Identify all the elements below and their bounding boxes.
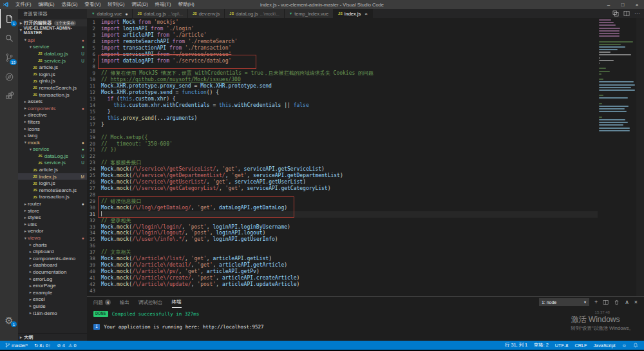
language-mode[interactable]: JavaScript	[590, 341, 618, 350]
tab-datalog-js[interactable]: JSdataLog.js...\api\...	[133, 9, 187, 18]
menu-item[interactable]: 编辑(E)	[35, 1, 58, 8]
tree-item-login-js[interactable]: JSlogin.js	[18, 71, 87, 78]
tree-item-filters[interactable]: ▸filters	[18, 119, 87, 126]
problems-status[interactable]: ⊘ 4 ⚠ 0	[54, 341, 80, 350]
more-actions-icon[interactable]: ···	[634, 10, 640, 17]
menu-item[interactable]: 终端(T)	[152, 1, 175, 8]
tree-item-vendor[interactable]: ▸vendor	[18, 228, 87, 235]
tree-item-directive[interactable]: ▸directive	[18, 112, 87, 119]
editor-scrollbar[interactable]	[636, 18, 644, 296]
tree-item-components[interactable]: ▸components●	[18, 105, 87, 112]
tree-item-label: views	[28, 235, 41, 241]
minimap[interactable]	[599, 19, 636, 135]
tree-item-guide[interactable]: ▸guide	[18, 303, 87, 310]
close-tab-icon[interactable]: ×	[365, 11, 368, 17]
tree-item-components-demo[interactable]: ▸components-demo	[18, 255, 87, 262]
panel-tab-输出[interactable]: 输出	[120, 297, 129, 308]
menu-item[interactable]: 帮助(H)	[175, 1, 197, 8]
tree-item-datalog-js[interactable]: JSdataLog.jsU	[18, 50, 87, 57]
notifications-bell-icon[interactable]	[630, 341, 641, 350]
panel-tab-终端[interactable]: 终端	[172, 297, 182, 308]
tree-item-api[interactable]: ▾api●	[18, 37, 87, 44]
tree-item-index-js[interactable]: JSindex.jsM	[18, 173, 87, 180]
menu-item[interactable]: 转到(G)	[105, 1, 128, 8]
close-button[interactable]: ×	[630, 0, 644, 9]
tree-item-lang[interactable]: ▸lang	[18, 132, 87, 139]
split-terminal-icon[interactable]	[603, 299, 609, 305]
eol-setting[interactable]: CRLF	[571, 341, 590, 350]
vscode-window: 文件(F)编辑(E)选择(S)查看(V)转到(G)调试(D)终端(T)帮助(H)…	[0, 0, 644, 351]
tree-item-excel[interactable]: ▸excel	[18, 296, 87, 303]
close-panel-icon[interactable]: ×	[634, 299, 638, 305]
git-branch-status[interactable]: master*	[2, 341, 31, 350]
menu-item[interactable]: 调试(D)	[128, 1, 151, 8]
tab-index-js[interactable]: JSindex.js×	[334, 9, 373, 18]
tree-item-example[interactable]: ▸example	[18, 289, 87, 296]
tab-temp-index-vue[interactable]: ▼temp_index.vue	[285, 9, 334, 18]
tree-item-service[interactable]: ▾service●	[18, 146, 87, 153]
tree-item-utils[interactable]: ▸utils	[18, 221, 87, 228]
terminal-picker[interactable]: 1: node ▼	[539, 298, 589, 306]
tree-item-router[interactable]: ▸router●	[18, 200, 87, 207]
minimize-button[interactable]: –	[601, 0, 616, 9]
panel-tab-调试控制台[interactable]: 调试控制台	[138, 297, 163, 308]
tree-item-datalog-js[interactable]: JSdataLog.jsU	[18, 153, 87, 160]
tree-item-views[interactable]: ▾views●	[18, 234, 87, 242]
tree-item-label: store	[28, 208, 39, 214]
tree-item-remotesearch-js[interactable]: JSremoteSearch.js	[18, 187, 87, 194]
tree-item-remotesearch-js[interactable]: JSremoteSearch.js	[18, 84, 87, 91]
tree-item-documentation[interactable]: ▸documentation	[18, 269, 87, 276]
maximize-panel-icon[interactable]: ∧	[625, 299, 629, 305]
tab-dev-env-js[interactable]: JSdev.env.js	[188, 9, 225, 18]
search-icon[interactable]	[0, 28, 18, 48]
encoding-setting[interactable]: UTF-8	[552, 341, 572, 350]
tree-item-i18n-demo[interactable]: ▸i18n-demo	[18, 310, 87, 317]
menu-item[interactable]: 查看(V)	[82, 1, 104, 8]
project-root-section[interactable]: ▾ VUE-ELEMENT-ADMIN-MASTER	[18, 26, 87, 33]
tab-datalog-js[interactable]: JSdataLog.js...\mock\...	[225, 9, 284, 18]
tree-item-errorpage[interactable]: ▸errorPage	[18, 282, 87, 289]
tree-item-article-js[interactable]: JSarticle.js	[18, 64, 87, 71]
split-editor-icon[interactable]	[623, 10, 630, 17]
indentation-setting[interactable]: 空格: 2	[531, 341, 552, 350]
tree-item-dashboard[interactable]: ▸dashboard	[18, 262, 87, 269]
tree-item-store[interactable]: ▸store	[18, 207, 87, 214]
tree-item-service-js[interactable]: JSservice.jsU	[18, 160, 87, 167]
settings-gear-icon[interactable]: ⚙1	[0, 312, 18, 329]
extensions-icon[interactable]	[0, 86, 18, 106]
tree-item-errorlog[interactable]: ▸errorLog	[18, 276, 87, 283]
tree-item-article-js[interactable]: JSarticle.js	[18, 166, 87, 173]
tree-item-service-js[interactable]: JSservice.jsU	[18, 57, 87, 64]
git-sync-status[interactable]: ↻ 8↓ 0↑	[31, 341, 54, 350]
tab-datalog-vue[interactable]: ▼datalog.vue●	[87, 9, 133, 18]
code-editor[interactable]: 1import Mock from 'mockjs'2import loginA…	[87, 18, 644, 296]
menu-item[interactable]: 选择(S)	[59, 1, 81, 8]
tree-item-charts[interactable]: ▸charts	[18, 242, 87, 249]
tree-item-transaction-js[interactable]: JStransaction.js	[18, 91, 87, 99]
debug-icon[interactable]	[0, 67, 18, 86]
new-terminal-icon[interactable]: +	[594, 299, 598, 305]
tree-item-assets[interactable]: ▸assets	[18, 98, 87, 105]
modified-dot-icon[interactable]: ●	[125, 12, 128, 16]
tree-item-icons[interactable]: ▸icons	[18, 126, 87, 133]
outline-section[interactable]: ▸ 大纲	[18, 333, 87, 341]
tree-item-clipboard[interactable]: ▸clipboard	[18, 248, 87, 255]
open-changes-icon[interactable]	[612, 10, 619, 17]
tree-item-transaction-js[interactable]: JStransaction.js	[18, 194, 87, 201]
tree-item-service[interactable]: ▾service●	[18, 44, 87, 51]
explorer-icon[interactable]: 1	[0, 9, 18, 28]
kill-terminal-icon[interactable]	[614, 299, 620, 305]
tree-item-styles[interactable]: ▸styles	[18, 214, 87, 221]
feedback-smiley-icon[interactable]: ☺	[619, 341, 630, 350]
tree-item-qiniu-js[interactable]: JSqiniu.js	[18, 78, 87, 85]
tree-item-login-js[interactable]: JSlogin.js	[18, 180, 87, 187]
line-number: 4	[87, 39, 101, 45]
menu-item[interactable]: 文件(F)	[12, 1, 35, 8]
panel-tab-问题[interactable]: 问题4	[93, 297, 111, 308]
code-line-27: 27Mock.mock(/\/service\/getCategoryList/…	[87, 185, 598, 192]
maximize-button[interactable]: □	[616, 0, 630, 9]
tree-item-mock[interactable]: ▾mock●	[18, 139, 87, 146]
source-control-icon[interactable]: 15	[0, 48, 18, 67]
cursor-position[interactable]: 行 31, 列 1	[502, 341, 531, 350]
chevron-right-icon: ▸	[23, 99, 28, 104]
